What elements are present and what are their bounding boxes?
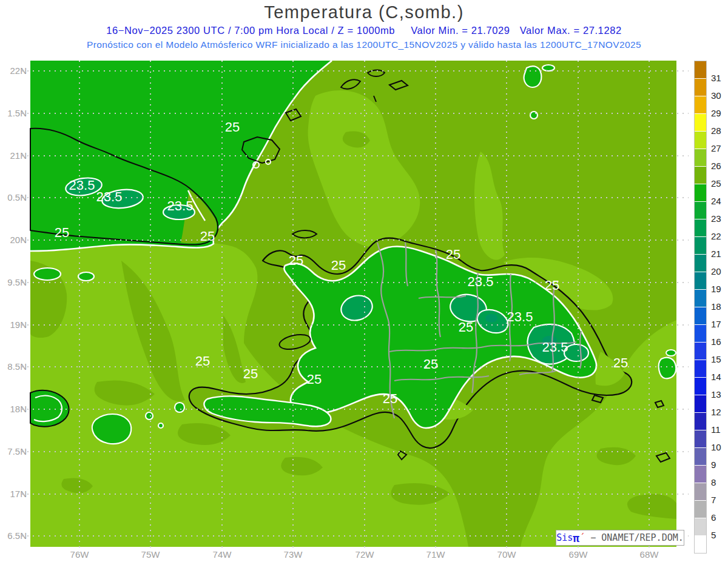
lon-tick-label: 73W (275, 549, 311, 560)
contour-value-label: 25 (423, 356, 438, 372)
credit-box: Sisπ´ − ONAMET/REP.DOM. (556, 530, 684, 546)
lon-tick-label: 69W (560, 549, 596, 560)
contour-value-label: 25 (243, 366, 258, 381)
contour-value-label: 23.5 (96, 189, 123, 204)
contour-value-label: 23.5 (69, 178, 95, 193)
contour-value-label: 23.5 (542, 340, 568, 355)
lon-tick-label: 75W (132, 549, 169, 560)
contour-value-label: 23.5 (167, 198, 194, 213)
colorbar-tick-label: 6 (711, 512, 716, 523)
colorbar-band (695, 413, 706, 430)
colorbar-band (695, 114, 706, 132)
colorbar-band (695, 202, 706, 219)
colorbar-tick-label: 21 (711, 249, 721, 259)
datetime-text: 16−Nov−2025 2300 UTC / 7:00 pm Hora Loca… (106, 25, 395, 36)
colorbar-tick-label: 19 (711, 284, 721, 294)
colorbar-band (695, 219, 706, 237)
lat-tick-label: 22N (0, 65, 27, 76)
contour-value-label: 25 (307, 372, 322, 387)
contour-value-label: 25 (55, 225, 69, 240)
lat-tick-label: 6.5N (0, 530, 27, 541)
contour-value-label: 25 (200, 229, 215, 244)
lat-tick-label: 0.5N (0, 192, 27, 202)
colorbar-band (695, 272, 706, 290)
lon-tick-label: 76W (61, 549, 98, 560)
colorbar-tick-label: 26 (711, 161, 721, 171)
colorbar-band (695, 290, 706, 307)
contour-value-label: 25 (545, 278, 559, 293)
page-title: Temperatura (C,somb.) (0, 2, 728, 22)
colorbar-band (695, 483, 706, 501)
colorbar-band (695, 79, 706, 96)
contour-value-label: 25 (613, 355, 628, 370)
colorbar-band (695, 307, 706, 325)
contour-value-label: 25 (383, 391, 397, 406)
lat-tick-label: 19N (0, 319, 27, 330)
colorbar-band (695, 237, 706, 255)
temperature-map: 252525252525252525252525252523.523.523.5… (30, 61, 676, 547)
colorbar-band (695, 501, 706, 518)
colorbar-tick-label: 11 (711, 424, 721, 435)
colorbar-band (695, 360, 706, 378)
colorbar-band (695, 149, 706, 167)
colorbar-tick-label: 22 (711, 231, 721, 241)
contour-value-label: 25 (225, 119, 240, 135)
sispi-logo-accent: ´ (579, 532, 585, 543)
lat-tick-label: 7.5N (0, 446, 27, 457)
contour-value-label: 23.5 (468, 274, 494, 289)
lat-tick-label: 8.5N (0, 361, 27, 372)
lat-tick-label: 1.5N (0, 108, 27, 118)
colorbar-tick-label: 20 (711, 266, 721, 276)
colorbar-band (695, 325, 706, 343)
map-canvas: 252525252525252525252525252523.523.523.5… (30, 61, 676, 547)
colorbar-band (695, 430, 706, 448)
min-value-text: Valor Min. = 21.7029 (411, 25, 510, 36)
colorbar-band (695, 466, 706, 483)
lon-tick-label: 74W (204, 549, 240, 560)
colorbar-tick-label: 31 (711, 73, 721, 83)
contour-blob-south-cuba-2 (78, 272, 94, 281)
colorbar-tick-label: 18 (711, 301, 721, 312)
colorbar-tick-label: 17 (711, 319, 721, 329)
temperature-colorbar (694, 61, 707, 554)
colorbar-band (695, 518, 706, 536)
lon-tick-label: 68W (631, 549, 667, 560)
colorbar-tick-label: 30 (711, 90, 721, 101)
lon-tick-label: 72W (346, 549, 383, 560)
contour-value-label: 25 (331, 258, 346, 273)
forecast-datetime-line: 16−Nov−2025 2300 UTC / 7:00 pm Hora Loca… (0, 25, 728, 36)
colorbar-band (695, 343, 706, 360)
lon-tick-label: 71W (417, 549, 454, 560)
colorbar-band (695, 448, 706, 466)
colorbar-band (695, 61, 706, 79)
contour-value-label: 23.5 (507, 309, 533, 324)
colorbar-band (695, 184, 706, 202)
contour-value-label: 25 (195, 353, 210, 369)
lat-tick-label: 18N (0, 404, 27, 414)
sispi-logo-pi: π (573, 532, 579, 544)
lon-tick-label: 70W (488, 549, 525, 560)
weather-map-page: Temperatura (C,somb.) 16−Nov−2025 2300 U… (0, 0, 728, 562)
credit-dash: − (590, 532, 601, 543)
sispi-logo-sis: Sis (556, 532, 573, 543)
colorbar-tick-label: 10 (711, 442, 721, 452)
colorbar-tick-label: 15 (711, 354, 721, 364)
contour-blob-south-cuba-1 (34, 268, 61, 280)
colorbar-band (695, 255, 706, 272)
model-info-line: Pronóstico con el Modelo Atmósferico WRF… (0, 39, 728, 50)
lat-tick-label: 21N (0, 150, 27, 161)
colorbar-tick-label: 12 (711, 407, 721, 417)
lat-tick-label: 9.5N (0, 277, 27, 287)
contour-value-label: 25 (289, 253, 303, 268)
lat-tick-label: 20N (0, 235, 27, 245)
colorbar-band (695, 96, 706, 114)
credit-org: ONAMET/REP.DOM. (601, 532, 683, 543)
colorbar-tick-label: 28 (711, 125, 721, 136)
colorbar-band (695, 395, 706, 413)
colorbar-band (695, 536, 706, 553)
contour-value-label: 25 (446, 247, 460, 262)
colorbar-tick-label: 24 (711, 196, 721, 206)
colorbar-tick-label: 9 (711, 460, 716, 470)
max-value-text: Valor Max. = 27.1282 (520, 25, 622, 36)
colorbar-band (695, 132, 706, 149)
